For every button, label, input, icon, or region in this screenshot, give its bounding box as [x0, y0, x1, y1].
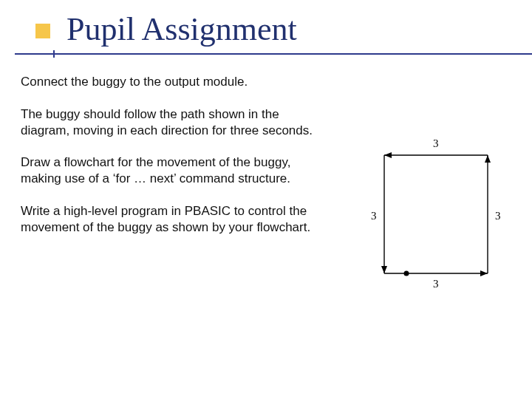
slide-title: Pupil Assignment [66, 10, 297, 48]
svg-marker-5 [485, 155, 491, 163]
slide-body: Connect the buggy to the output module. … [21, 74, 316, 251]
title-bullet-icon [35, 24, 50, 38]
paragraph-2: The buggy should follow the path shown i… [21, 106, 316, 139]
path-square-icon [362, 133, 510, 296]
diagram-label-top: 3 [433, 137, 439, 150]
svg-marker-6 [381, 266, 387, 273]
paragraph-4: Write a high-level program in PBASIC to … [21, 203, 316, 236]
start-dot-icon [404, 271, 409, 276]
svg-marker-4 [384, 152, 392, 158]
paragraph-1: Connect the buggy to the output module. [21, 74, 316, 90]
paragraph-3: Draw a flowchart for the movement of the… [21, 154, 316, 187]
diagram-label-left: 3 [371, 210, 377, 222]
title-underline [15, 53, 532, 55]
svg-marker-7 [480, 270, 488, 276]
diagram-label-right: 3 [495, 210, 501, 222]
diagram-label-bottom: 3 [433, 278, 439, 290]
path-diagram: 3 3 3 3 [362, 133, 510, 296]
